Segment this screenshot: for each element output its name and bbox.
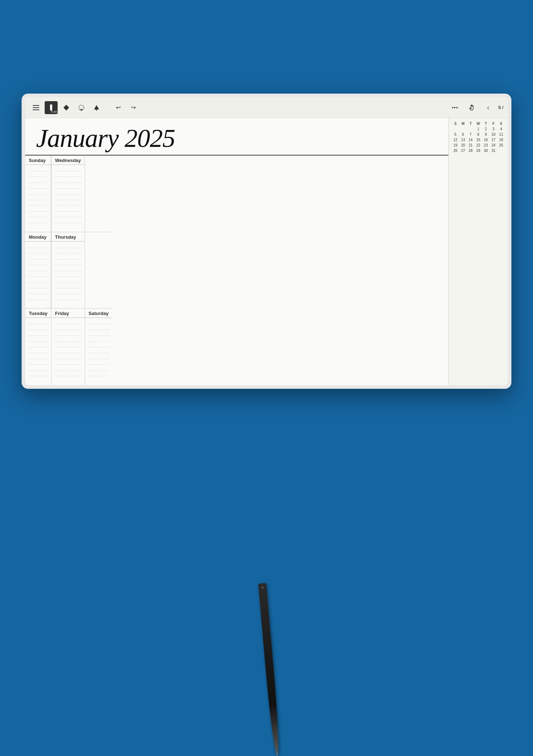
month-header: January 2025: [25, 118, 448, 156]
cal-header-m: M: [459, 121, 467, 126]
monday-lines: [25, 242, 51, 309]
cal-header-s2: S: [497, 121, 505, 126]
line-4: [28, 183, 48, 189]
wednesday-lines: [51, 165, 85, 232]
svg-marker-5: [63, 105, 69, 111]
highlighter-button[interactable]: [60, 101, 73, 114]
cal-week-1: 1 2 3 4: [452, 126, 505, 132]
sunday-lines: [25, 165, 51, 232]
more-options-button[interactable]: •••: [449, 101, 462, 114]
sunday-cell: Sunday: [25, 156, 51, 232]
toolbar-left: 0.30: [30, 101, 140, 114]
thursday-cell: Thursday: [51, 232, 85, 309]
svg-rect-0: [33, 105, 39, 106]
pen-tool-button[interactable]: 0.30: [45, 101, 58, 114]
week-left-column: Sunday: [25, 156, 51, 385]
cal-body: 1 2 3 4 5 6 7 8 9 10 11: [452, 126, 505, 153]
empty-col2-row2: [85, 232, 112, 309]
line-8: [28, 206, 48, 212]
undo-button[interactable]: ↩: [112, 101, 125, 114]
thursday-label: Thursday: [51, 232, 85, 242]
sunday-label: Sunday: [25, 156, 51, 165]
empty-col2-row1: [85, 156, 112, 232]
svg-marker-8: [94, 105, 99, 109]
eraser-button[interactable]: [90, 101, 103, 114]
cal-header-t: T: [467, 121, 474, 126]
redo-button[interactable]: ↪: [127, 101, 140, 114]
mini-calendar: S M T W T F S: [448, 118, 508, 385]
line-5: [28, 189, 48, 194]
month-title: January 2025: [36, 125, 438, 151]
cal-week-5: 26 27 28 29 30 31: [452, 148, 505, 153]
stylus-pen: [266, 583, 274, 756]
friday-cell: Friday: [51, 309, 85, 385]
saturday-cell: Saturday: [85, 309, 112, 385]
week-right-column: Wednesday: [51, 156, 112, 385]
cal-week-4: 19 20 21 22 23 24 25: [452, 143, 505, 148]
svg-point-7: [81, 109, 82, 111]
friday-label: Friday: [51, 309, 85, 318]
back-button[interactable]: ‹: [482, 101, 495, 114]
line-1: [28, 166, 48, 171]
mini-calendar-table: S M T W T F S: [452, 121, 505, 153]
monday-label: Monday: [25, 232, 51, 242]
cal-header-s: S: [452, 121, 459, 126]
menu-button[interactable]: [30, 101, 42, 114]
tablet-screen: 0.30: [25, 97, 508, 385]
cal-week-3: 12 13 14 15 16 17 18: [452, 137, 505, 143]
touch-mode-button[interactable]: [465, 101, 478, 114]
line-7: [28, 200, 48, 206]
svg-rect-3: [50, 104, 52, 110]
monday-cell: Monday: [25, 232, 51, 309]
tuesday-label: Tuesday: [25, 309, 51, 318]
page-indicator: 5 /: [498, 105, 503, 110]
svg-rect-2: [33, 109, 39, 110]
wednesday-cell: Wednesday: [51, 156, 85, 232]
line-6: [28, 194, 48, 200]
lasso-button[interactable]: [75, 101, 88, 114]
content-area: January 2025 Sunday: [25, 118, 508, 385]
pen-size-label: 0.30: [51, 110, 57, 113]
svg-point-6: [79, 105, 84, 110]
line-10: [28, 217, 48, 223]
saturday-lines: [85, 318, 112, 385]
cal-header-f: F: [490, 121, 497, 126]
thursday-lines: [51, 242, 85, 309]
planner-area: January 2025 Sunday: [25, 118, 448, 385]
svg-rect-1: [33, 107, 39, 108]
cal-week-2: 5 6 7 8 9 10 11: [452, 132, 505, 137]
line-2: [28, 171, 48, 177]
wednesday-label: Wednesday: [51, 156, 85, 165]
toolbar-right: ••• ‹ 5 /: [449, 101, 503, 114]
line-9: [28, 212, 48, 217]
saturday-label: Saturday: [85, 309, 112, 318]
friday-lines: [51, 318, 85, 385]
svg-point-10: [96, 110, 97, 111]
planner-body: Sunday: [25, 156, 448, 385]
cal-header-t2: T: [482, 121, 490, 126]
toolbar: 0.30: [25, 97, 508, 118]
tablet-device: 0.30: [22, 94, 511, 389]
line-3: [28, 177, 48, 183]
tuesday-lines: [25, 318, 51, 385]
tuesday-cell: Tuesday: [25, 309, 51, 385]
cal-header-w: W: [474, 121, 482, 126]
